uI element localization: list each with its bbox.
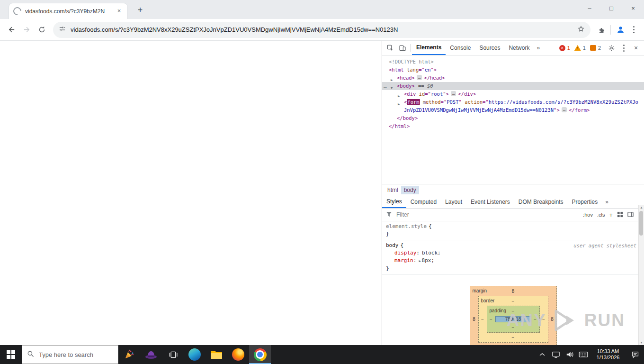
box-model-margin[interactable]: margin8 8 border− − padding− − — [470, 286, 557, 345]
box-model-content[interactable]: 789×18 — [495, 316, 531, 322]
taskbar-app-file-explorer[interactable] — [206, 345, 227, 364]
taskbar-search[interactable] — [22, 345, 118, 364]
box-model-border[interactable]: border− − padding− − 789×18 − — [478, 296, 548, 343]
border-bottom-value[interactable]: − — [512, 335, 515, 340]
window-minimize-button[interactable]: – — [579, 0, 600, 16]
device-toolbar-button[interactable] — [396, 42, 409, 54]
forward-button[interactable] — [19, 22, 34, 37]
browser-tab[interactable]: vidasfoods.com/s/?c3Y9bzM2N × — [9, 3, 128, 19]
dom-node-body-selected[interactable]: …▼<body>== $0 — [382, 82, 644, 90]
taskbar-search-input[interactable] — [38, 351, 111, 359]
border-left-value[interactable]: − — [479, 306, 487, 333]
dom-node-html-close[interactable]: </html> — [382, 122, 644, 130]
expand-shorthand-arrow-icon[interactable]: ▶ — [419, 259, 420, 263]
styles-filter-input[interactable] — [395, 211, 580, 218]
breadcrumb-body[interactable]: body — [401, 186, 419, 194]
error-badge[interactable]: ×1 — [559, 45, 570, 51]
extensions-button[interactable] — [594, 23, 608, 36]
padding-left-value[interactable]: − — [487, 316, 495, 323]
color-swatch-grid-icon[interactable] — [617, 211, 623, 218]
dom-node-div-root[interactable]: ▶<div id="root">…</div> — [382, 90, 644, 98]
style-rule-body[interactable]: user agent stylesheet body{ display:bloc… — [382, 240, 644, 275]
page-viewport[interactable] — [0, 41, 382, 345]
margin-right-value[interactable]: 8 — [548, 296, 556, 343]
styles-scrollbar[interactable]: ▲ ▼ — [638, 205, 644, 345]
dom-node-form[interactable]: ▶<formmethod="POST" action="https://vida… — [382, 98, 644, 106]
tab-network[interactable]: Network — [504, 41, 534, 55]
tab-event-listeners[interactable]: Event Listeners — [466, 195, 514, 208]
expand-arrow-icon[interactable]: ▶ — [398, 100, 400, 106]
collapsed-content-ellipsis[interactable]: … — [417, 75, 422, 80]
style-rule-element[interactable]: element.style{ } — [382, 221, 644, 240]
css-declaration-display[interactable]: display:block; — [386, 249, 637, 257]
site-settings-icon[interactable] — [59, 25, 66, 34]
devtools-settings-button[interactable] — [605, 42, 617, 54]
sidebar-layout-toggle-icon[interactable] — [627, 211, 634, 218]
expand-arrow-icon[interactable]: ▶ — [398, 92, 400, 98]
tab-console[interactable]: Console — [446, 41, 475, 55]
scrollbar-up-arrow-icon[interactable]: ▲ — [639, 205, 644, 210]
devtools-dom-tree[interactable]: <!DOCTYPE html> <html lang="en"> ▶<head>… — [382, 55, 644, 184]
dom-node-form-continuation[interactable]: JnVpZD1VU0VSMDgwNjIwMjVVMjEwNjA4MzEmdD15… — [382, 106, 644, 114]
browser-menu-button[interactable] — [627, 23, 640, 36]
devtools-close-button[interactable]: × — [630, 42, 642, 54]
border-top-value[interactable]: − — [512, 299, 515, 304]
dom-node-html-open[interactable]: <html lang="en"> — [382, 66, 644, 74]
node-actions-dots-icon[interactable]: … — [384, 82, 387, 90]
toggle-class-button[interactable]: .cls — [597, 212, 605, 218]
padding-top-value[interactable]: − — [512, 309, 515, 314]
new-style-rule-button[interactable]: + — [609, 211, 613, 218]
dom-node-doctype[interactable]: <!DOCTYPE html> — [382, 58, 644, 66]
devtools-menu-button[interactable] — [617, 42, 630, 54]
scrollbar-thumb[interactable] — [639, 211, 643, 236]
taskbar-app-chrome-active[interactable] — [249, 345, 271, 364]
issues-badge[interactable]: 2 — [590, 45, 601, 51]
border-right-value[interactable]: − — [540, 306, 548, 333]
taskbar-app-firefox[interactable] — [227, 345, 249, 364]
tab-close-icon[interactable]: × — [115, 7, 123, 15]
hidden-icons-button[interactable] — [535, 345, 549, 364]
tab-styles[interactable]: Styles — [382, 195, 406, 208]
task-view-button[interactable] — [162, 345, 184, 364]
tab-sources[interactable]: Sources — [475, 41, 504, 55]
scrollbar-down-arrow-icon[interactable]: ▼ — [639, 340, 644, 345]
profile-avatar[interactable] — [614, 23, 627, 36]
expand-arrow-icon[interactable]: ▶ — [391, 76, 393, 82]
tab-properties[interactable]: Properties — [568, 195, 602, 208]
box-model-padding[interactable]: padding− − 789×18 − − — [487, 306, 540, 333]
breadcrumb-html[interactable]: html — [385, 186, 401, 194]
css-declaration-margin[interactable]: margin:▶8px; — [386, 257, 637, 265]
reload-button[interactable] — [34, 22, 49, 37]
padding-right-value[interactable]: − — [531, 316, 539, 323]
margin-top-value[interactable]: 8 — [512, 289, 515, 294]
collapsed-content-ellipsis[interactable]: … — [562, 107, 567, 112]
taskbar-clock[interactable]: 10:33 AM 1/13/2026 — [590, 345, 626, 364]
tab-dom-breakpoints[interactable]: DOM Breakpoints — [514, 195, 568, 208]
more-tabs-chevron[interactable]: » — [534, 45, 543, 51]
dom-node-head[interactable]: ▶<head>…</head> — [382, 74, 644, 82]
address-bar[interactable]: vidasfoods.com/s/?c3Y9bzM2NV8xX29uZSZtPX… — [53, 22, 590, 38]
back-button[interactable] — [4, 22, 19, 37]
collapsed-content-ellipsis[interactable]: … — [451, 91, 456, 96]
inspect-element-button[interactable] — [384, 42, 396, 54]
tab-elements[interactable]: Elements — [412, 41, 446, 55]
window-close-button[interactable]: × — [622, 0, 644, 16]
collapse-arrow-icon[interactable]: ▼ — [391, 84, 393, 90]
margin-left-value[interactable]: 8 — [470, 296, 478, 343]
toggle-hover-state-button[interactable]: :hov — [583, 212, 593, 218]
bookmark-star-icon[interactable] — [577, 25, 585, 35]
action-center-button[interactable] — [626, 345, 644, 364]
warning-badge[interactable]: !1 — [574, 45, 586, 51]
taskbar-app-hat[interactable] — [140, 345, 162, 364]
tab-computed[interactable]: Computed — [406, 195, 441, 208]
dom-node-body-close[interactable]: </body> — [382, 114, 644, 122]
taskbar-app-edge[interactable] — [184, 345, 206, 364]
more-panel-tabs-chevron[interactable]: » — [603, 199, 611, 205]
window-maximize-button[interactable]: □ — [600, 0, 622, 16]
padding-bottom-value[interactable]: − — [512, 325, 515, 330]
volume-icon[interactable] — [563, 345, 576, 364]
touch-keyboard-icon[interactable] — [576, 345, 590, 364]
tab-layout[interactable]: Layout — [441, 195, 466, 208]
network-status-icon[interactable] — [549, 345, 563, 364]
taskbar-app-confetti[interactable] — [118, 345, 140, 364]
